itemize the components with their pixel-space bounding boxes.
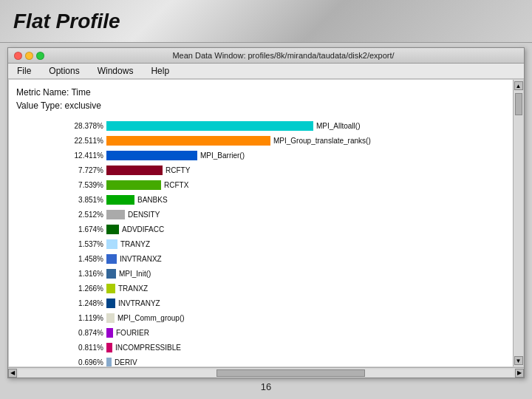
bar-row: 2.512%DENSITY <box>61 208 505 221</box>
bar-row: 1.266%TRANXZ <box>61 282 505 295</box>
bar-fill <box>106 195 134 205</box>
func-name-label: INCOMPRESSIBLE <box>115 344 181 352</box>
meta-info: Metric Name: Time Value Type: exclusive <box>16 86 505 112</box>
main-area: Metric Name: Time Value Type: exclusive … <box>9 80 513 366</box>
close-button[interactable] <box>14 52 22 60</box>
bar-pct-label: 2.512% <box>61 211 103 219</box>
window-container: Mean Data Window: profiles/8k/miranda/ta… <box>7 47 525 378</box>
func-name-label: RCFTX <box>164 181 188 189</box>
bar-fill <box>106 151 197 160</box>
menu-file[interactable]: File <box>14 65 34 77</box>
func-name-label: MPI_Group_translate_ranks() <box>273 137 371 145</box>
bar-fill <box>106 328 113 338</box>
scroll-right-arrow[interactable]: ▶ <box>515 369 524 378</box>
bar-pct-label: 1.248% <box>61 299 103 307</box>
bar-pct-label: 0.874% <box>61 329 103 337</box>
bar-row: 12.411%MPI_Barrier() <box>61 149 505 162</box>
page-number: 16 <box>0 381 532 392</box>
scroll-left-arrow[interactable]: ◀ <box>8 369 17 378</box>
bar-fill <box>106 343 112 352</box>
func-name-label: FOURIER <box>116 329 149 337</box>
bar-pct-label: 3.851% <box>61 196 103 204</box>
scroll-thumb[interactable] <box>515 93 522 115</box>
slide-header: Flat Profile <box>0 0 532 43</box>
bar-pct-label: 7.539% <box>61 181 103 189</box>
menu-help[interactable]: Help <box>148 65 172 77</box>
window-menubar: File Options Windows Help <box>8 64 524 79</box>
slide-title: Flat Profile <box>13 10 120 33</box>
bar-row: 1.316%MPI_Init() <box>61 267 505 280</box>
bar-fill <box>106 121 313 131</box>
bar-fill <box>106 166 163 175</box>
maximize-button[interactable] <box>36 52 44 60</box>
func-name-label: MPI_Init() <box>119 270 151 278</box>
func-name-label: TRANXZ <box>118 284 148 293</box>
bar-fill <box>106 358 112 366</box>
window-titlebar: Mean Data Window: profiles/8k/miranda/ta… <box>8 48 524 64</box>
func-name-label: RCFTY <box>166 166 190 174</box>
window-title: Mean Data Window: profiles/8k/miranda/ta… <box>49 51 518 60</box>
menu-windows[interactable]: Windows <box>95 65 137 77</box>
minimize-button[interactable] <box>25 52 33 60</box>
bar-row: 1.248%INVTRANYZ <box>61 297 505 310</box>
bar-row: 1.674%ADVDIFACC <box>61 223 505 236</box>
bar-row: 1.458%INVTRANXZ <box>61 253 505 265</box>
bar-row: 22.511%MPI_Group_translate_ranks() <box>61 134 505 147</box>
metric-name: Metric Name: Time <box>16 86 505 99</box>
bar-pct-label: 7.727% <box>61 166 103 174</box>
bar-row: 7.539%RCFTX <box>61 179 505 191</box>
bar-pct-label: 1.674% <box>61 225 103 233</box>
bar-pct-label: 1.537% <box>61 240 103 248</box>
func-name-label: INVTRANYZ <box>118 299 160 307</box>
func-name-label: INVTRANXZ <box>120 255 162 263</box>
func-name-label: TRANYZ <box>120 240 150 248</box>
bar-row: 0.874%FOURIER <box>61 327 505 339</box>
bar-fill <box>106 254 117 264</box>
bar-row: 28.378%MPI_Alltoall() <box>61 120 505 132</box>
bar-fill <box>106 313 115 323</box>
bar-fill <box>106 180 161 190</box>
scroll-up-arrow[interactable]: ▲ <box>514 81 523 90</box>
bar-fill <box>106 225 119 234</box>
bar-pct-label: 1.266% <box>61 284 103 293</box>
bar-pct-label: 1.458% <box>61 255 103 263</box>
func-name-label: DENSITY <box>128 211 160 219</box>
bar-pct-label: 1.316% <box>61 270 103 278</box>
bar-row: 0.696%DERIV <box>61 356 505 366</box>
menu-options[interactable]: Options <box>46 65 82 77</box>
hscroll-thumb[interactable] <box>216 369 365 377</box>
func-name-label: BANBKS <box>137 196 168 204</box>
func-name-label: ADVDIFACC <box>122 225 164 233</box>
bar-pct-label: 0.696% <box>61 358 103 366</box>
bar-row: 3.851%BANBKS <box>61 194 505 206</box>
bar-row: 0.811%INCOMPRESSIBLE <box>61 341 505 354</box>
bar-row: 1.119%MPI_Comm_group() <box>61 312 505 324</box>
bar-fill <box>106 299 115 308</box>
bar-row: 7.727%RCFTY <box>61 164 505 177</box>
bar-pct-label: 28.378% <box>61 122 103 130</box>
traffic-lights <box>14 52 44 60</box>
func-name-label: MPI_Barrier() <box>200 151 245 160</box>
bar-pct-label: 0.811% <box>61 344 103 352</box>
scroll-down-arrow[interactable]: ▼ <box>514 356 523 365</box>
bar-pct-label: 22.511% <box>61 137 103 145</box>
value-type: Value Type: exclusive <box>16 99 505 112</box>
func-name-label: MPI_Comm_group() <box>117 314 185 322</box>
chart-area: 28.378%MPI_Alltoall()22.511%MPI_Group_tr… <box>16 120 505 366</box>
horizontal-scrollbar[interactable]: ◀ ▶ <box>8 367 524 378</box>
bar-pct-label: 1.119% <box>61 314 103 322</box>
hscroll-track <box>18 369 514 377</box>
bar-fill <box>106 284 115 293</box>
bar-fill <box>106 210 125 219</box>
vertical-scrollbar[interactable]: ▲ ▼ <box>513 80 523 366</box>
func-name-label: MPI_Alltoall() <box>316 122 360 130</box>
bar-row: 1.537%TRANYZ <box>61 238 505 250</box>
window-content: Metric Name: Time Value Type: exclusive … <box>8 79 524 367</box>
bar-fill <box>106 269 116 279</box>
func-name-label: DERIV <box>115 358 137 366</box>
bar-fill <box>106 136 270 146</box>
bar-pct-label: 12.411% <box>61 151 103 160</box>
bar-fill <box>106 239 117 249</box>
